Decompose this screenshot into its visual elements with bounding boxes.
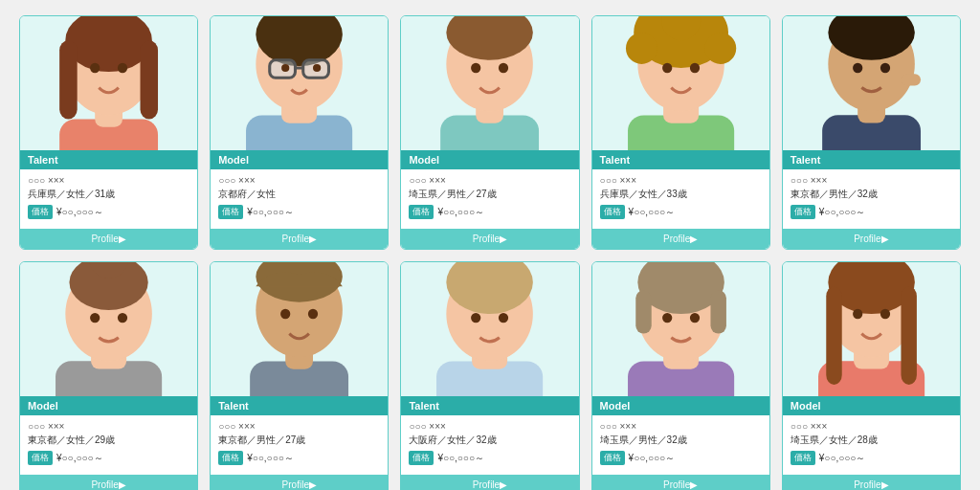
person-info-9: 埼玉県／男性／32歳 — [600, 434, 762, 447]
card-body-9: ○○○ ××× 埼玉県／男性／32歳 価格 ¥○○,○○○～ — [592, 415, 769, 475]
avatar-area-2 — [211, 16, 388, 150]
price-badge-8: 価格 — [409, 451, 434, 465]
price-value-6: ¥○○,○○○～ — [56, 452, 103, 465]
card-body-1: ○○○ ××× 兵庫県／女性／31歳 価格 ¥○○,○○○～ — [20, 169, 197, 229]
profile-button-2[interactable]: Profile▶ — [211, 229, 388, 249]
card-body-5: ○○○ ××× 東京都／男性／32歳 価格 ¥○○,○○○～ — [783, 169, 960, 229]
svg-point-43 — [880, 62, 890, 72]
price-value-9: ¥○○,○○○～ — [629, 452, 676, 465]
price-line-2: 価格 ¥○○,○○○～ — [218, 205, 380, 219]
price-value-2: ¥○○,○○○～ — [247, 206, 294, 219]
avatar-area-4 — [592, 16, 769, 150]
profile-button-10[interactable]: Profile▶ — [783, 475, 960, 490]
svg-point-18 — [313, 63, 321, 71]
avatar-area-10 — [783, 262, 960, 396]
avatar-area-7 — [211, 262, 388, 396]
person-info-2: 京都府／女性 — [218, 188, 380, 201]
svg-rect-80 — [826, 286, 841, 385]
svg-point-64 — [471, 313, 480, 323]
person-name-1: ○○○ ××× — [28, 175, 189, 186]
profile-card-2: Model ○○○ ××× 京都府／女性 価格 ¥○○,○○○～ Profile… — [210, 15, 389, 250]
price-value-5: ¥○○,○○○～ — [819, 206, 866, 219]
price-line-3: 価格 ¥○○,○○○～ — [409, 205, 570, 219]
price-badge-7: 価格 — [218, 451, 243, 465]
profile-card-10: Model ○○○ ××× 埼玉県／女性／28歳 価格 ¥○○,○○○～ Pro… — [782, 261, 961, 490]
card-body-7: ○○○ ××× 東京都／男性／27歳 価格 ¥○○,○○○～ — [211, 415, 388, 475]
person-name-9: ○○○ ××× — [600, 421, 762, 432]
avatar-area-6 — [20, 262, 197, 396]
person-name-10: ○○○ ××× — [791, 421, 952, 432]
svg-point-31 — [626, 32, 657, 63]
price-line-1: 価格 ¥○○,○○○～ — [28, 205, 189, 219]
profile-button-6[interactable]: Profile▶ — [20, 475, 197, 490]
profile-button-1[interactable]: Profile▶ — [20, 229, 197, 249]
person-name-8: ○○○ ××× — [409, 421, 570, 432]
profile-card-6: Model ○○○ ××× 東京都／女性／29歳 価格 ¥○○,○○○～ Pro… — [19, 261, 198, 490]
svg-point-65 — [499, 313, 508, 323]
category-bar-4: Talent — [592, 150, 769, 169]
price-badge-6: 価格 — [28, 451, 53, 465]
person-name-7: ○○○ ××× — [218, 421, 380, 432]
avatar-area-9 — [592, 262, 769, 396]
category-bar-6: Model — [20, 396, 197, 415]
card-body-10: ○○○ ××× 埼玉県／女性／28歳 価格 ¥○○,○○○～ — [783, 415, 960, 475]
profile-card-7: Talent ○○○ ××× 東京都／男性／27歳 価格 ¥○○,○○○～ Pr… — [210, 261, 389, 490]
card-body-4: ○○○ ××× 兵庫県／女性／33歳 価格 ¥○○,○○○～ — [592, 169, 769, 229]
price-badge-9: 価格 — [600, 451, 625, 465]
price-line-4: 価格 ¥○○,○○○～ — [600, 205, 762, 219]
svg-rect-41 — [901, 74, 921, 85]
person-name-3: ○○○ ××× — [409, 175, 570, 186]
svg-point-57 — [280, 308, 290, 318]
avatar-area-8 — [401, 262, 578, 396]
profile-button-9[interactable]: Profile▶ — [592, 475, 769, 490]
avatar-area-3 — [401, 16, 578, 150]
card-body-8: ○○○ ××× 大阪府／女性／32歳 価格 ¥○○,○○○～ — [401, 415, 578, 475]
person-name-4: ○○○ ××× — [600, 175, 762, 186]
svg-rect-71 — [635, 290, 651, 333]
person-info-1: 兵庫県／女性／31歳 — [28, 188, 189, 201]
svg-point-17 — [281, 63, 289, 71]
person-info-7: 東京都／男性／27歳 — [218, 434, 380, 447]
svg-rect-5 — [59, 40, 78, 119]
person-name-2: ○○○ ××× — [218, 175, 380, 186]
profile-button-3[interactable]: Profile▶ — [401, 229, 578, 249]
price-value-8: ¥○○,○○○～ — [437, 452, 484, 465]
svg-point-24 — [471, 62, 480, 72]
profile-card-4: Talent ○○○ ××× 兵庫県／女性／33歳 価格 ¥○○,○○○～ Pr… — [591, 15, 770, 250]
card-body-2: ○○○ ××× 京都府／女性 価格 ¥○○,○○○～ — [211, 169, 388, 229]
price-line-7: 価格 ¥○○,○○○～ — [218, 451, 380, 465]
svg-point-73 — [662, 313, 672, 323]
svg-rect-72 — [710, 290, 725, 333]
price-value-7: ¥○○,○○○～ — [247, 452, 294, 465]
svg-point-8 — [118, 62, 127, 72]
person-info-5: 東京都／男性／32歳 — [791, 188, 952, 201]
profile-button-5[interactable]: Profile▶ — [783, 229, 960, 249]
price-line-8: 価格 ¥○○,○○○～ — [409, 451, 570, 465]
person-info-6: 東京都／女性／29歳 — [28, 434, 189, 447]
svg-point-35 — [689, 62, 699, 72]
price-badge-10: 価格 — [791, 451, 815, 465]
price-value-1: ¥○○,○○○～ — [56, 206, 103, 219]
svg-point-7 — [90, 62, 100, 72]
svg-rect-6 — [141, 40, 159, 119]
person-info-3: 埼玉県／男性／27歳 — [409, 188, 570, 201]
card-body-3: ○○○ ××× 埼玉県／男性／27歳 価格 ¥○○,○○○～ — [401, 169, 578, 229]
profile-button-4[interactable]: Profile▶ — [592, 229, 769, 249]
price-badge-4: 価格 — [600, 205, 625, 219]
avatar-area-5 — [783, 16, 960, 150]
svg-point-34 — [662, 62, 672, 72]
category-bar-3: Model — [401, 150, 578, 169]
profile-button-8[interactable]: Profile▶ — [401, 475, 578, 490]
category-bar-8: Talent — [401, 396, 578, 415]
profile-card-3: Model ○○○ ××× 埼玉県／男性／27歳 価格 ¥○○,○○○～ Pro… — [400, 15, 579, 250]
price-line-6: 価格 ¥○○,○○○～ — [28, 451, 189, 465]
profile-button-7[interactable]: Profile▶ — [211, 475, 388, 490]
profile-card-5: Talent ○○○ ××× 東京都／男性／32歳 価格 ¥○○,○○○～ Pr… — [782, 15, 961, 250]
svg-rect-81 — [901, 286, 916, 385]
card-body-6: ○○○ ××× 東京都／女性／29歳 価格 ¥○○,○○○～ — [20, 415, 197, 475]
profile-card-8: Talent ○○○ ××× 大阪府／女性／32歳 価格 ¥○○,○○○～ Pr… — [400, 261, 579, 490]
price-badge-5: 価格 — [791, 205, 815, 219]
profile-card-1: Talent ○○○ ××× 兵庫県／女性／31歳 価格 ¥○○,○○○～ Pr… — [19, 15, 198, 250]
price-badge-1: 価格 — [28, 205, 53, 219]
svg-point-74 — [689, 313, 699, 323]
